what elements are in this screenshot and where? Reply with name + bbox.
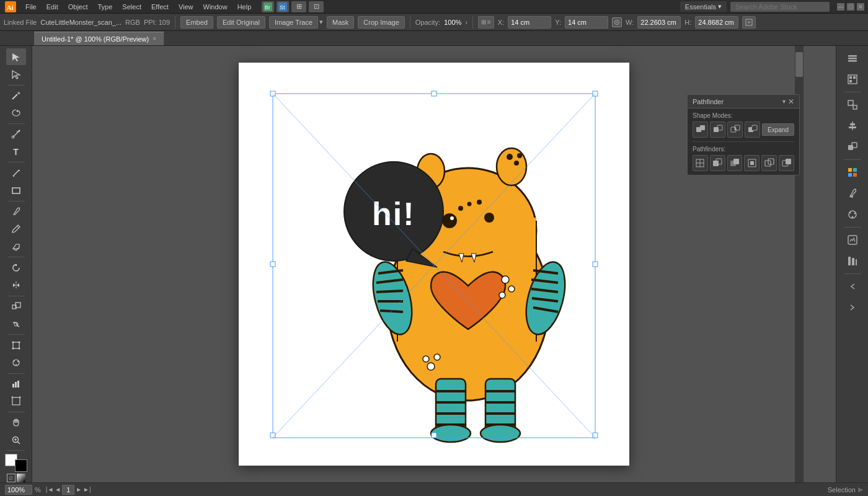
page-number-input[interactable] xyxy=(62,485,74,495)
zoom-input[interactable] xyxy=(5,485,32,495)
pen-tool[interactable] xyxy=(6,126,26,143)
trim-button[interactable] xyxy=(710,155,725,171)
x-input[interactable] xyxy=(508,16,551,29)
menu-view[interactable]: View xyxy=(174,2,198,12)
rotate-tool[interactable] xyxy=(6,259,26,276)
right-panel-bar xyxy=(836,46,868,482)
symbols-panel-button[interactable] xyxy=(843,205,862,224)
tab-title: Untitled-1* @ 100% (RGB/Preview) xyxy=(42,35,149,43)
graphic-styles-button[interactable] xyxy=(843,230,862,250)
transform-panel-button[interactable] xyxy=(843,95,862,115)
reflect-tool[interactable] xyxy=(6,277,26,293)
collapse-panel-button[interactable] xyxy=(843,277,862,296)
mask-button[interactable]: Mask xyxy=(327,16,354,29)
hand-tool[interactable] xyxy=(6,414,26,431)
tab-close-button[interactable]: × xyxy=(153,35,156,42)
lasso-tool[interactable] xyxy=(6,105,26,122)
pathfinder-close-button[interactable]: ✕ xyxy=(788,97,794,106)
svg-rect-146 xyxy=(853,168,857,172)
stock-icon[interactable]: St xyxy=(277,1,289,12)
document-tab[interactable]: Untitled-1* @ 100% (RGB/Preview) × xyxy=(34,32,164,45)
swatches-panel-button[interactable] xyxy=(843,162,862,182)
svg-point-54 xyxy=(497,148,526,185)
column-graph-tool[interactable] xyxy=(6,375,26,392)
y-input[interactable] xyxy=(565,16,608,29)
pencil-tool[interactable] xyxy=(6,221,26,237)
magic-wand-tool[interactable] xyxy=(6,87,26,104)
prev-page-button[interactable]: ◄ xyxy=(55,486,61,493)
minus-front-button[interactable] xyxy=(710,122,725,138)
pathfinder-panel-button[interactable] xyxy=(843,137,862,157)
svg-rect-115 xyxy=(735,127,736,130)
artboards-panel-button[interactable] xyxy=(843,69,862,89)
crop-pathfinder-button[interactable] xyxy=(744,155,760,171)
expand-button[interactable]: Expand xyxy=(762,123,794,136)
divide-button[interactable] xyxy=(693,155,708,171)
libraries-button[interactable] xyxy=(843,251,862,271)
merge-button[interactable] xyxy=(727,155,743,171)
ai-bridge-icon[interactable]: Br xyxy=(262,1,274,12)
svg-point-55 xyxy=(507,154,513,160)
workspace-selector[interactable]: Essentials ▾ xyxy=(680,1,727,12)
maximize-button[interactable]: □ xyxy=(847,3,854,11)
image-trace-button[interactable]: Image Trace xyxy=(269,16,318,29)
last-page-button[interactable]: ►| xyxy=(83,486,91,493)
status-triangle[interactable]: ▶ xyxy=(858,485,863,494)
warp-tool[interactable] xyxy=(6,316,26,332)
minus-back-button[interactable] xyxy=(779,155,794,171)
stroke-swatch[interactable] xyxy=(15,459,27,472)
embed-button[interactable]: Embed xyxy=(180,16,213,29)
rectangle-tool[interactable] xyxy=(6,182,26,198)
pathfinder-collapse-button[interactable]: ▾ xyxy=(782,98,786,105)
type-tool[interactable]: T xyxy=(6,143,26,160)
artboard-tool[interactable] xyxy=(6,393,26,410)
link-wh-icon[interactable] xyxy=(612,17,622,27)
edit-original-button[interactable]: Edit Original xyxy=(217,16,265,29)
intersect-button[interactable] xyxy=(727,122,743,138)
h-input[interactable] xyxy=(695,16,738,29)
color-swatches[interactable] xyxy=(5,454,27,472)
menu-bar: Ai File Edit Object Type Select Effect V… xyxy=(0,0,868,14)
free-transform-tool[interactable] xyxy=(6,337,26,353)
transform-icon-group: ⊞ ≡ xyxy=(478,16,494,29)
symbol-sprayer-tool[interactable] xyxy=(6,354,26,371)
menu-file[interactable]: File xyxy=(21,2,41,12)
first-page-button[interactable]: |◄ xyxy=(46,486,54,493)
workspace-icon[interactable]: ⊡ xyxy=(309,1,324,12)
eraser-tool[interactable] xyxy=(6,238,26,255)
scale-tool[interactable] xyxy=(6,298,26,315)
direct-selection-tool[interactable] xyxy=(6,66,26,82)
align-panel-button[interactable] xyxy=(843,116,862,136)
w-input[interactable] xyxy=(637,16,681,29)
exclude-button[interactable] xyxy=(745,122,760,138)
line-segment-tool[interactable] xyxy=(6,164,26,181)
minimize-button[interactable]: — xyxy=(837,3,844,11)
svg-text:hi!: hi! xyxy=(372,196,415,232)
workspace-layout-icon[interactable]: ⊞ xyxy=(291,1,306,12)
selection-tool[interactable] xyxy=(6,48,26,65)
unite-button[interactable] xyxy=(693,122,708,138)
layers-panel-button[interactable] xyxy=(843,48,862,68)
paintbrush-tool[interactable] xyxy=(6,203,26,220)
image-trace-dropdown[interactable]: ▾ xyxy=(319,18,323,26)
crop-image-button[interactable]: Crop Image xyxy=(358,16,404,29)
menu-type[interactable]: Type xyxy=(94,2,117,12)
zoom-tool[interactable] xyxy=(6,432,26,448)
gradient-icon[interactable] xyxy=(17,474,25,482)
menu-edit[interactable]: Edit xyxy=(42,2,63,12)
constrain-proportions-icon[interactable] xyxy=(742,16,756,29)
opacity-expand[interactable]: › xyxy=(465,19,467,26)
menu-object[interactable]: Object xyxy=(64,2,92,12)
close-button[interactable]: ✕ xyxy=(857,3,864,11)
menu-effect[interactable]: Effect xyxy=(147,2,173,12)
scrollbar-thumb[interactable] xyxy=(795,52,803,77)
menu-help[interactable]: Help xyxy=(233,2,256,12)
adobe-stock-search[interactable] xyxy=(730,2,830,12)
expand-panel-button[interactable] xyxy=(843,298,862,317)
menu-select[interactable]: Select xyxy=(118,2,146,12)
menu-window[interactable]: Window xyxy=(199,2,232,12)
brushes-panel-button[interactable] xyxy=(843,184,862,203)
outline-button[interactable] xyxy=(761,155,777,171)
next-page-button[interactable]: ► xyxy=(76,486,82,493)
none-icon[interactable]: ∅ xyxy=(7,474,16,482)
